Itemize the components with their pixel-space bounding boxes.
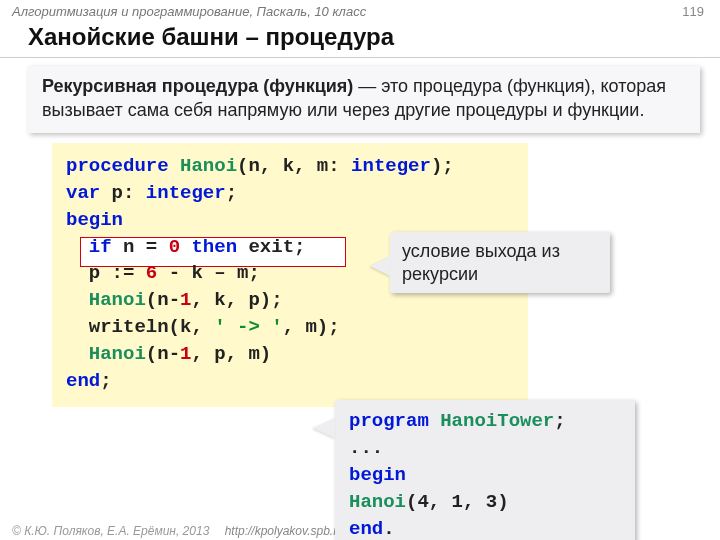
definition-box: Рекурсивная процедура (функция) — это пр… xyxy=(28,66,700,133)
slide-title: Ханойские башни – процедура xyxy=(0,21,720,58)
copyright: © К.Ю. Поляков, Е.А. Ерёмин, 2013 xyxy=(12,524,209,538)
footer-url: http://kpolyakov.spb.ru xyxy=(225,524,344,538)
definition-term: Рекурсивная процедура (функция) xyxy=(42,76,353,96)
slide-footer: © К.Ю. Поляков, Е.А. Ерёмин, 2013 http:/… xyxy=(12,524,344,538)
course-label: Алгоритмизация и программирование, Паска… xyxy=(12,4,366,19)
slide-header: Алгоритмизация и программирование, Паска… xyxy=(0,0,720,21)
callout-program: program HanoiTower; ... begin Hanoi(4, 1… xyxy=(335,400,635,540)
page-number: 119 xyxy=(682,4,704,19)
callout-exit-condition: условие выхода из рекурсии xyxy=(390,232,610,293)
